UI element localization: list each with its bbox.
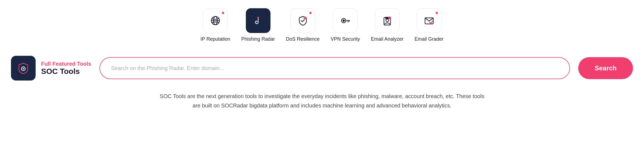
tool-label-email-analyzer: Email Analyzer [371,36,403,42]
search-bar-container [99,57,570,79]
tool-item-email-grader[interactable]: Email Grader [414,8,443,42]
soc-tools-logo-icon [17,62,30,75]
email-check-icon [424,15,435,26]
tool-label-email-grader: Email Grader [414,36,443,42]
svg-point-14 [388,16,391,19]
search-input[interactable] [99,57,570,79]
search-button[interactable]: Search [578,57,633,79]
description-block: SOC Tools are the next generation tools … [158,92,486,110]
tool-icon-dos-resilience: ! [290,8,315,33]
brand-block: Full Featured Tools SOC Tools [11,56,91,81]
globe-icon [210,15,221,26]
notification-dot-email-grader [435,11,438,15]
tool-icon-email-grader [417,8,441,33]
tool-item-email-analyzer[interactable]: Email Analyzer [371,8,403,42]
description-text: SOC Tools are the next generation tools … [158,92,486,110]
hook-icon [253,15,264,26]
brand-icon [11,56,36,81]
tool-icon-vpn-security [333,8,358,33]
main-section: Full Featured Tools SOC Tools Search [11,56,633,81]
tool-icon-email-analyzer [375,8,400,33]
tool-icon-phishing-radar [246,8,270,33]
tool-icon-ip-reputation [203,8,228,33]
notification-dot-ip-reputation [221,11,225,15]
svg-point-17 [23,68,24,70]
tool-item-phishing-radar[interactable]: Phishing Radar [241,8,275,42]
svg-text:!: ! [304,17,305,19]
svg-point-10 [343,20,344,21]
tool-item-vpn-security[interactable]: VPN Security [330,8,360,42]
key-icon [340,15,351,26]
svg-point-3 [257,16,259,18]
brand-text: Full Featured Tools SOC Tools [41,61,91,76]
brand-subtitle: Full Featured Tools [41,61,91,67]
tool-label-vpn-security: VPN Security [330,36,360,42]
notification-dot-dos-resilience [309,11,312,15]
tool-label-ip-reputation: IP Reputation [200,36,230,42]
svg-point-12 [386,19,389,22]
shield-check-icon: ! [297,15,308,26]
brand-title: SOC Tools [41,67,91,76]
tool-item-dos-resilience[interactable]: ! DoS Resilience [286,8,320,42]
tool-item-ip-reputation[interactable]: IP Reputation [200,8,230,42]
tool-label-phishing-radar: Phishing Radar [241,36,275,42]
user-badge-icon [382,15,393,26]
tools-navigation: IP Reputation Phishing Radar ! DoS Resil… [200,8,443,42]
tool-label-dos-resilience: DoS Resilience [286,36,320,42]
